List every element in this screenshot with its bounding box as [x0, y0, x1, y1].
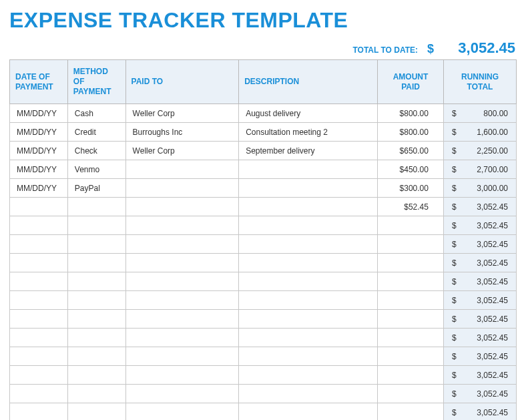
cell-description[interactable]	[239, 403, 378, 421]
cell-method[interactable]: Cash	[67, 104, 125, 123]
cell-paid-to[interactable]	[125, 329, 239, 347]
cell-amount[interactable]	[378, 235, 444, 254]
cell-amount[interactable]	[378, 254, 444, 272]
cell-method[interactable]	[67, 198, 125, 216]
cell-running-total[interactable]: $2,250.00	[443, 142, 516, 160]
cell-date[interactable]	[10, 198, 68, 216]
cell-paid-to[interactable]	[125, 291, 239, 310]
cell-description[interactable]	[239, 235, 378, 254]
cell-date[interactable]	[10, 329, 68, 347]
cell-running-total[interactable]: $3,052.45	[443, 254, 516, 272]
cell-description[interactable]	[239, 198, 378, 216]
cell-date[interactable]	[10, 291, 68, 310]
cell-description[interactable]	[239, 366, 378, 385]
cell-date[interactable]	[10, 235, 68, 254]
cell-date[interactable]	[10, 310, 68, 329]
cell-amount[interactable]: $450.00	[378, 160, 444, 179]
cell-running-total[interactable]: $800.00	[443, 104, 516, 123]
cell-date[interactable]: MM/DD/YY	[10, 123, 68, 142]
cell-running-total[interactable]: $3,000.00	[443, 179, 516, 198]
cell-method[interactable]	[67, 385, 125, 403]
cell-date[interactable]	[10, 366, 68, 385]
cell-paid-to[interactable]	[125, 366, 239, 385]
cell-description[interactable]	[239, 310, 378, 329]
cell-running-total[interactable]: $3,052.45	[443, 272, 516, 291]
cell-method[interactable]: Venmo	[67, 160, 125, 179]
cell-description[interactable]	[239, 272, 378, 291]
cell-date[interactable]: MM/DD/YY	[10, 160, 68, 179]
cell-method[interactable]	[67, 403, 125, 421]
cell-method[interactable]	[67, 216, 125, 235]
cell-description[interactable]	[239, 385, 378, 403]
cell-date[interactable]: MM/DD/YY	[10, 142, 68, 160]
cell-paid-to[interactable]: Weller Corp	[125, 142, 239, 160]
cell-paid-to[interactable]	[125, 179, 239, 198]
cell-date[interactable]	[10, 385, 68, 403]
cell-description[interactable]: Consultation meeting 2	[239, 123, 378, 142]
cell-method[interactable]: Credit	[67, 123, 125, 142]
cell-amount[interactable]: $650.00	[378, 142, 444, 160]
cell-running-total[interactable]: $3,052.45	[443, 329, 516, 347]
cell-paid-to[interactable]	[125, 403, 239, 421]
cell-paid-to[interactable]	[125, 235, 239, 254]
cell-amount[interactable]	[378, 272, 444, 291]
cell-method[interactable]: Check	[67, 142, 125, 160]
cell-date[interactable]: MM/DD/YY	[10, 179, 68, 198]
cell-running-total[interactable]: $3,052.45	[443, 198, 516, 216]
cell-amount[interactable]	[378, 366, 444, 385]
cell-running-total[interactable]: $3,052.45	[443, 216, 516, 235]
cell-method[interactable]	[67, 254, 125, 272]
cell-amount[interactable]	[378, 385, 444, 403]
cell-method[interactable]	[67, 366, 125, 385]
cell-paid-to[interactable]: Burroughs Inc	[125, 123, 239, 142]
cell-running-total[interactable]: $3,052.45	[443, 310, 516, 329]
cell-description[interactable]	[239, 329, 378, 347]
cell-method[interactable]	[67, 347, 125, 366]
cell-running-total[interactable]: $3,052.45	[443, 403, 516, 421]
cell-method[interactable]	[67, 235, 125, 254]
cell-method[interactable]: PayPal	[67, 179, 125, 198]
cell-amount[interactable]: $300.00	[378, 179, 444, 198]
cell-paid-to[interactable]	[125, 385, 239, 403]
cell-amount[interactable]: $52.45	[378, 198, 444, 216]
cell-method[interactable]	[67, 272, 125, 291]
cell-date[interactable]	[10, 216, 68, 235]
cell-date[interactable]	[10, 272, 68, 291]
cell-paid-to[interactable]	[125, 216, 239, 235]
cell-method[interactable]	[67, 291, 125, 310]
cell-paid-to[interactable]	[125, 272, 239, 291]
cell-amount[interactable]	[378, 403, 444, 421]
cell-method[interactable]	[67, 310, 125, 329]
cell-paid-to[interactable]	[125, 198, 239, 216]
cell-date[interactable]	[10, 347, 68, 366]
cell-running-total[interactable]: $3,052.45	[443, 291, 516, 310]
cell-date[interactable]	[10, 403, 68, 421]
cell-date[interactable]	[10, 254, 68, 272]
cell-description[interactable]	[239, 179, 378, 198]
cell-amount[interactable]	[378, 329, 444, 347]
cell-amount[interactable]	[378, 291, 444, 310]
cell-description[interactable]	[239, 160, 378, 179]
cell-paid-to[interactable]: Weller Corp	[125, 104, 239, 123]
cell-paid-to[interactable]	[125, 254, 239, 272]
cell-running-total[interactable]: $3,052.45	[443, 385, 516, 403]
cell-running-total[interactable]: $3,052.45	[443, 347, 516, 366]
cell-paid-to[interactable]	[125, 310, 239, 329]
cell-paid-to[interactable]	[125, 160, 239, 179]
cell-description[interactable]: September delivery	[239, 142, 378, 160]
cell-running-total[interactable]: $3,052.45	[443, 235, 516, 254]
cell-amount[interactable]: $800.00	[378, 123, 444, 142]
cell-amount[interactable]: $800.00	[378, 104, 444, 123]
cell-description[interactable]: August delivery	[239, 104, 378, 123]
cell-method[interactable]	[67, 329, 125, 347]
cell-amount[interactable]	[378, 310, 444, 329]
cell-description[interactable]	[239, 291, 378, 310]
cell-description[interactable]	[239, 216, 378, 235]
cell-paid-to[interactable]	[125, 347, 239, 366]
cell-date[interactable]: MM/DD/YY	[10, 104, 68, 123]
cell-running-total[interactable]: $1,600.00	[443, 123, 516, 142]
cell-description[interactable]	[239, 347, 378, 366]
cell-description[interactable]	[239, 254, 378, 272]
cell-running-total[interactable]: $2,700.00	[443, 160, 516, 179]
cell-running-total[interactable]: $3,052.45	[443, 366, 516, 385]
